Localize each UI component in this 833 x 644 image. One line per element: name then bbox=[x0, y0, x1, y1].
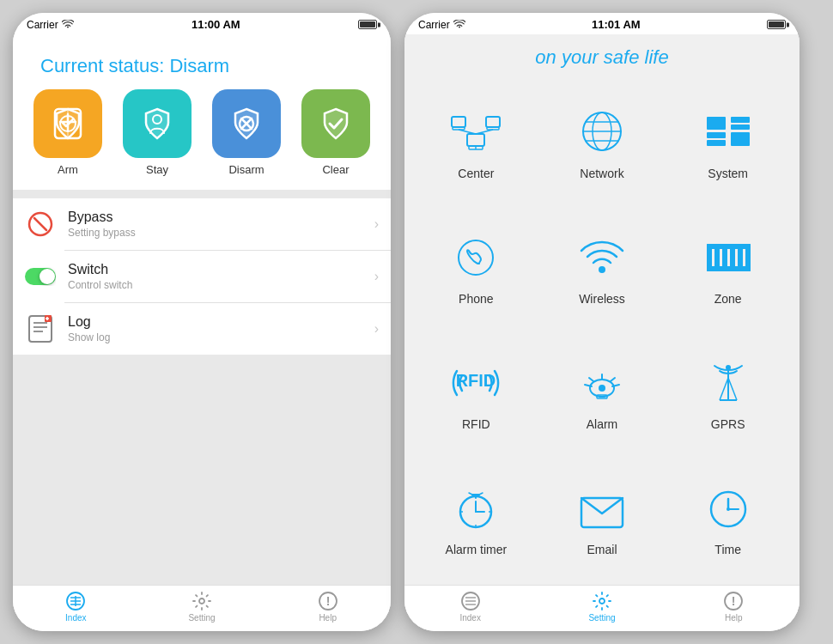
bypass-icon bbox=[27, 210, 54, 238]
wireless-label: Wireless bbox=[579, 292, 625, 306]
email-svg bbox=[576, 486, 628, 533]
tab-index[interactable]: Index bbox=[13, 591, 139, 623]
log-icon-wrap bbox=[25, 313, 56, 344]
gprs-icon bbox=[700, 356, 756, 412]
right-battery-icon bbox=[767, 20, 786, 29]
right-tab-setting[interactable]: Setting bbox=[536, 591, 667, 623]
zone-label: Zone bbox=[714, 292, 742, 306]
arm-button[interactable]: Arm bbox=[33, 89, 102, 176]
right-carrier-label: Carrier bbox=[418, 19, 450, 31]
divider-1 bbox=[13, 190, 391, 198]
svg-rect-39 bbox=[707, 132, 726, 138]
time-icon bbox=[700, 482, 756, 538]
svg-point-60 bbox=[726, 365, 731, 370]
action-area: Current status: Disarm bbox=[13, 34, 391, 190]
alarm-icon bbox=[574, 356, 629, 412]
tab-help-label: Help bbox=[319, 613, 337, 623]
svg-point-6 bbox=[40, 269, 55, 284]
email-icon bbox=[574, 482, 629, 538]
right-wifi-icon bbox=[453, 20, 465, 29]
right-tab-setting-label: Setting bbox=[588, 613, 615, 623]
svg-line-58 bbox=[720, 378, 728, 400]
svg-rect-36 bbox=[707, 117, 726, 130]
bypass-menu-item[interactable]: Bypass Setting bypass › bbox=[13, 198, 391, 250]
grid-item-alarm[interactable]: Alarm bbox=[539, 331, 666, 457]
wireless-svg bbox=[576, 235, 628, 283]
right-main-content: on your safe life bbox=[404, 34, 800, 631]
center-icon bbox=[448, 106, 504, 161]
grid-item-time[interactable]: Time bbox=[665, 456, 791, 581]
grid-item-system[interactable]: System bbox=[665, 81, 791, 206]
arm-icon bbox=[48, 104, 88, 143]
bottom-spacer bbox=[13, 355, 391, 585]
switch-menu-item[interactable]: Switch Control switch › bbox=[13, 251, 391, 302]
right-tab-bar: Index Setting ! Help bbox=[404, 585, 800, 631]
time-svg bbox=[702, 486, 754, 533]
svg-rect-40 bbox=[707, 140, 726, 146]
rfid-label: RFID bbox=[462, 417, 490, 431]
tab-help[interactable]: ! Help bbox=[264, 591, 391, 623]
zone-icon bbox=[700, 231, 756, 287]
log-chevron: › bbox=[374, 321, 379, 337]
svg-text:!: ! bbox=[325, 594, 330, 608]
switch-subtitle: Control switch bbox=[68, 279, 374, 291]
alarm-label: Alarm bbox=[587, 417, 618, 431]
grid-item-rfid[interactable]: RFID RFID bbox=[413, 331, 539, 457]
grid-item-center[interactable]: Center bbox=[413, 81, 539, 206]
tab-setting[interactable]: Setting bbox=[139, 591, 265, 623]
bypass-chevron: › bbox=[374, 216, 379, 232]
arm-icon-bg bbox=[33, 89, 102, 158]
grid-item-network[interactable]: Network bbox=[539, 81, 666, 206]
system-svg bbox=[702, 110, 754, 157]
right-index-tab-icon bbox=[460, 591, 481, 611]
left-main-content: Current status: Disarm bbox=[13, 34, 391, 631]
gprs-label: GPRS bbox=[711, 417, 745, 431]
tab-setting-label: Setting bbox=[188, 613, 215, 623]
grid-item-alarm-timer[interactable]: Alarm timer bbox=[413, 456, 539, 581]
grid-item-email[interactable]: Email bbox=[539, 456, 666, 581]
action-buttons-row: Arm Stay bbox=[27, 89, 377, 176]
system-icon bbox=[700, 106, 756, 161]
gprs-svg bbox=[702, 361, 754, 408]
alarm-timer-svg bbox=[450, 486, 502, 533]
right-help-tab-icon: ! bbox=[723, 591, 744, 611]
wifi-icon bbox=[62, 20, 74, 29]
clear-button[interactable]: Clear bbox=[301, 89, 370, 176]
arm-label: Arm bbox=[58, 163, 78, 176]
disarm-label: Disarm bbox=[228, 163, 264, 176]
wireless-icon bbox=[574, 231, 629, 287]
grid-item-gprs[interactable]: GPRS bbox=[665, 331, 791, 457]
bypass-title: Bypass bbox=[68, 210, 374, 225]
alarm-svg bbox=[576, 361, 628, 408]
help-tab-icon: ! bbox=[318, 591, 338, 611]
tagline: on your safe life bbox=[404, 34, 800, 77]
svg-rect-50 bbox=[707, 244, 751, 249]
svg-point-42 bbox=[459, 240, 493, 275]
rfid-svg: RFID bbox=[450, 361, 502, 408]
current-status-label: Current status: Disarm bbox=[27, 43, 377, 89]
right-tab-help[interactable]: ! Help bbox=[668, 591, 800, 623]
switch-icon bbox=[25, 267, 56, 286]
svg-point-55 bbox=[599, 385, 605, 392]
center-svg bbox=[450, 110, 502, 157]
time-display: 11:00 AM bbox=[192, 18, 240, 31]
battery-icon bbox=[358, 20, 377, 29]
grid-item-wireless[interactable]: Wireless bbox=[539, 206, 666, 331]
menu-grid: Center Network bbox=[404, 77, 800, 585]
svg-line-59 bbox=[728, 378, 737, 400]
stay-icon bbox=[137, 104, 177, 143]
grid-item-phone[interactable]: Phone bbox=[413, 206, 539, 331]
disarm-icon bbox=[227, 104, 266, 143]
right-tab-help-label: Help bbox=[725, 613, 743, 623]
svg-rect-25 bbox=[452, 117, 465, 127]
stay-button[interactable]: Stay bbox=[123, 89, 192, 176]
grid-item-zone[interactable]: Zone bbox=[665, 206, 791, 331]
zone-svg bbox=[702, 235, 754, 283]
index-tab-icon bbox=[65, 591, 86, 611]
svg-point-43 bbox=[599, 266, 605, 273]
phone-label: Phone bbox=[459, 292, 493, 306]
right-tab-index[interactable]: Index bbox=[404, 591, 536, 623]
network-svg bbox=[576, 110, 628, 157]
log-menu-item[interactable]: Log Show log › bbox=[13, 303, 391, 355]
disarm-button[interactable]: Disarm bbox=[212, 89, 281, 176]
